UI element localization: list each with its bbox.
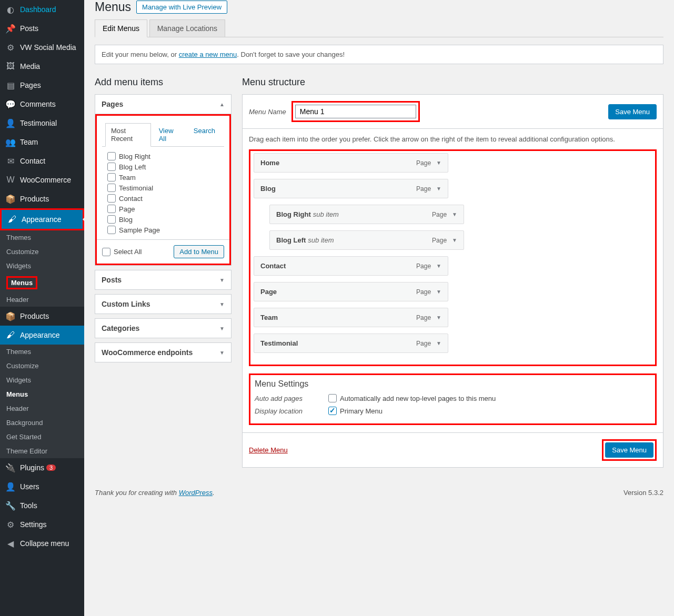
sidebar-item-products[interactable]: 📦Products xyxy=(0,189,84,208)
sidebar-item-testimonial[interactable]: 👤Testimonial xyxy=(0,114,84,133)
live-preview-button[interactable]: Manage with Live Preview xyxy=(136,1,227,14)
tab-manage-locations[interactable]: Manage Locations xyxy=(149,19,225,37)
wordpress-link[interactable]: WordPress xyxy=(179,489,213,497)
page-option[interactable]: Blog xyxy=(107,214,219,225)
sub-item-label: sub item xyxy=(308,236,334,244)
sidebar-item-plugins[interactable]: 🔌Plugins3 xyxy=(0,458,84,477)
sidebar-sub-widgets[interactable]: Widgets xyxy=(0,373,84,387)
sidebar-sub-widgets[interactable]: Widgets xyxy=(0,259,84,273)
sidebar-item-tools[interactable]: 🔧Tools xyxy=(0,496,84,515)
woo-accordion-toggle[interactable]: WooCommerce endpoints▼ xyxy=(95,343,231,362)
admin-sidebar: ◐Dashboard📌Posts⚙VW Social Media🖼Media▤P… xyxy=(0,0,84,616)
page-option[interactable]: Team xyxy=(107,172,219,183)
sidebar-sub-menus[interactable]: Menus xyxy=(0,387,84,401)
page-checkbox[interactable] xyxy=(107,184,116,192)
sidebar-item-label: Users xyxy=(20,482,39,491)
sidebar-item-settings[interactable]: ⚙Settings xyxy=(0,515,84,534)
sidebar-item-appearance[interactable]: 🖌 Appearance xyxy=(2,210,83,229)
menu-item[interactable]: PagePage ▼ xyxy=(254,282,448,301)
sidebar-item-posts[interactable]: 📌Posts xyxy=(0,19,84,38)
menu-item[interactable]: BlogPage ▼ xyxy=(254,179,448,198)
sidebar-item-appearance-2[interactable]: 🖌 Appearance xyxy=(0,326,84,345)
delete-menu-link[interactable]: Delete Menu xyxy=(249,446,288,454)
menu-item-type: Page ▼ xyxy=(416,262,441,270)
sidebar-item-contact[interactable]: ✉Contact xyxy=(0,152,84,170)
sidebar-item-label: Settings xyxy=(20,520,47,529)
page-checkbox[interactable] xyxy=(107,226,116,234)
subtab-recent[interactable]: Most Recent xyxy=(105,123,151,147)
caret-down-icon[interactable]: ▼ xyxy=(436,340,441,346)
sidebar-item-woocommerce[interactable]: WWooCommerce xyxy=(0,170,84,189)
categories-accordion-toggle[interactable]: Categories▼ xyxy=(95,319,231,338)
tab-edit-menus[interactable]: Edit Menus xyxy=(95,19,147,37)
sidebar-item-comments[interactable]: 💬Comments xyxy=(0,95,84,114)
sidebar-sub-menus[interactable]: Menus xyxy=(0,273,84,292)
subtab-search[interactable]: Search xyxy=(188,123,221,146)
page-checkbox[interactable] xyxy=(107,163,116,171)
sidebar-sub-customize[interactable]: Customize xyxy=(0,359,84,373)
page-checkbox[interactable] xyxy=(107,152,116,160)
save-menu-button-top[interactable]: Save Menu xyxy=(608,104,657,119)
page-option[interactable]: Blog Left xyxy=(107,161,219,172)
sidebar-sub-header[interactable]: Header xyxy=(0,292,84,307)
page-checkbox[interactable] xyxy=(107,194,116,203)
sidebar-sub-themes[interactable]: Themes xyxy=(0,230,84,245)
page-checkbox[interactable] xyxy=(107,215,116,224)
sidebar-sub-get-started[interactable]: Get Started xyxy=(0,430,84,444)
posts-accordion-toggle[interactable]: Posts▼ xyxy=(95,270,231,289)
menu-item[interactable]: TestimonialPage ▼ xyxy=(254,334,448,353)
sidebar-item-label: Testimonial xyxy=(20,119,57,127)
caret-down-icon[interactable]: ▼ xyxy=(436,186,441,191)
caret-down-icon[interactable]: ▼ xyxy=(452,211,457,217)
sidebar-sub-theme-editor[interactable]: Theme Editor xyxy=(0,444,84,458)
add-to-menu-button[interactable]: Add to Menu xyxy=(174,245,224,258)
sidebar-item-collapse-menu[interactable]: ◀Collapse menu xyxy=(0,534,84,553)
caret-down-icon[interactable]: ▼ xyxy=(436,263,441,269)
caret-down-icon[interactable]: ▼ xyxy=(436,289,441,295)
sidebar-sub-customize[interactable]: Customize xyxy=(0,245,84,259)
menu-icon: 💬 xyxy=(5,99,16,109)
page-option[interactable]: Page xyxy=(107,204,219,214)
create-menu-link[interactable]: create a new menu xyxy=(179,51,237,58)
auto-add-checkbox[interactable] xyxy=(328,394,337,402)
caret-down-icon[interactable]: ▼ xyxy=(436,315,441,320)
menu-item[interactable]: TeamPage ▼ xyxy=(254,308,448,327)
pages-accordion-toggle[interactable]: Pages ▲ xyxy=(95,95,231,114)
page-option[interactable]: Sample Page xyxy=(107,225,219,235)
menu-icon: ◀ xyxy=(5,538,16,549)
sidebar-item-vw-social-media[interactable]: ⚙VW Social Media xyxy=(0,38,84,57)
sidebar-item-team[interactable]: 👥Team xyxy=(0,133,84,152)
sidebar-sub-header[interactable]: Header xyxy=(0,401,84,416)
caret-down-icon[interactable]: ▼ xyxy=(436,160,441,166)
page-checkbox[interactable] xyxy=(107,205,116,213)
save-menu-button-bottom[interactable]: Save Menu xyxy=(605,442,653,458)
page-checkbox[interactable] xyxy=(107,173,116,181)
menu-item[interactable]: Blog Leftsub itemPage ▼ xyxy=(269,230,464,250)
menu-item-title: Page xyxy=(260,288,277,296)
menu-item-title: Team xyxy=(260,314,278,321)
caret-down-icon[interactable]: ▼ xyxy=(452,237,457,243)
sidebar-item-dashboard[interactable]: ◐Dashboard xyxy=(0,0,84,19)
brush-icon: 🖌 xyxy=(5,330,16,340)
menu-name-input[interactable] xyxy=(295,105,416,118)
sidebar-sub-themes[interactable]: Themes xyxy=(0,345,84,359)
select-all-label[interactable]: Select All xyxy=(102,248,142,256)
sidebar-item-label: Posts xyxy=(20,24,38,33)
select-all-checkbox[interactable] xyxy=(102,248,110,256)
links-accordion-toggle[interactable]: Custom Links▼ xyxy=(95,295,231,314)
menu-item[interactable]: Blog Rightsub itemPage ▼ xyxy=(269,205,464,224)
sidebar-item-users[interactable]: 👤Users xyxy=(0,477,84,496)
sidebar-item-label: Tools xyxy=(20,501,37,510)
primary-menu-checkbox[interactable] xyxy=(328,407,337,415)
page-option[interactable]: Testimonial xyxy=(107,183,219,193)
sidebar-sub-background[interactable]: Background xyxy=(0,416,84,430)
page-option[interactable]: Blog Right xyxy=(107,151,219,161)
sidebar-item-label: Products xyxy=(20,195,49,203)
subtab-all[interactable]: View All xyxy=(153,123,186,146)
menu-item[interactable]: HomePage ▼ xyxy=(254,153,448,173)
page-option[interactable]: Contact xyxy=(107,193,219,204)
sidebar-item-pages[interactable]: ▤Pages xyxy=(0,76,84,95)
menu-item[interactable]: ContactPage ▼ xyxy=(254,256,448,276)
sidebar-item-media[interactable]: 🖼Media xyxy=(0,57,84,76)
sidebar-item-products-2[interactable]: 📦Products xyxy=(0,307,84,326)
